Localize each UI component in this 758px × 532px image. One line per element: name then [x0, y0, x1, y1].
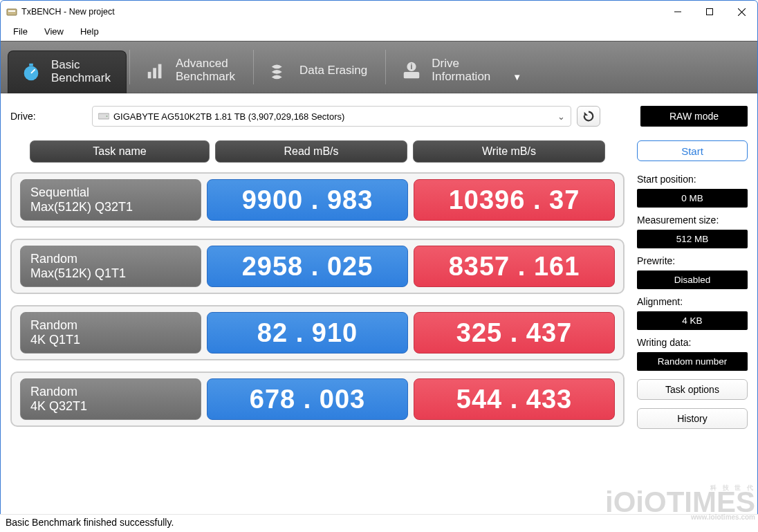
svg-rect-15: [98, 113, 109, 119]
task-name-cell: SequentialMax(512K) Q32T1: [20, 179, 201, 221]
chevron-down-icon: ⌄: [557, 111, 565, 122]
read-value: 9900 . 983: [207, 179, 408, 221]
svg-rect-3: [707, 9, 713, 15]
write-value: 325 . 437: [414, 312, 615, 354]
svg-rect-12: [404, 72, 420, 78]
window-title: TxBENCH - New project: [21, 7, 662, 17]
results-table: Task name Read mB/s Write mB/s Sequentia…: [10, 140, 625, 438]
tab-basic-benchmark[interactable]: BasicBenchmark: [8, 51, 127, 93]
reload-button[interactable]: [577, 106, 600, 127]
watermark: 科 技 世 代 iOiOTIMES www.ioiotimes.com: [605, 486, 755, 520]
table-row: SequentialMax(512K) Q32T1 9900 . 983 103…: [10, 172, 625, 228]
menubar: File View Help: [1, 23, 757, 41]
writing-data-label: Writing data:: [637, 337, 748, 348]
measurement-size-value[interactable]: 512 MB: [637, 230, 748, 248]
column-read: Read mB/s: [215, 140, 407, 163]
task-options-button[interactable]: Task options: [637, 379, 748, 400]
stopwatch-icon: [21, 62, 41, 82]
side-panel: Start Start position: 0 MB Measurement s…: [637, 140, 748, 438]
writing-data-value[interactable]: Random number: [637, 352, 748, 371]
barchart-icon: [145, 60, 166, 81]
start-button[interactable]: Start: [637, 140, 748, 161]
drive-label: Drive:: [10, 111, 86, 122]
task-name-cell: RandomMax(512K) Q1T1: [20, 246, 201, 287]
menu-view[interactable]: View: [36, 25, 72, 38]
task-name-cell: Random4K Q1T1: [20, 312, 201, 354]
drive-info-icon: i: [401, 60, 422, 81]
disk-icon: [98, 112, 109, 120]
titlebar: TxBENCH - New project: [1, 1, 757, 23]
close-button[interactable]: [725, 1, 757, 23]
divider: [385, 50, 386, 84]
column-task-name: Task name: [30, 140, 210, 163]
table-row: Random4K Q1T1 82 . 910 325 . 437: [10, 305, 625, 360]
window-controls: [662, 1, 757, 23]
tab-data-erasing[interactable]: Data Erasing: [257, 50, 382, 93]
read-value: 678 . 003: [207, 378, 408, 420]
app-icon: [6, 6, 17, 17]
task-name-cell: Random4K Q32T1: [20, 378, 201, 420]
tab-label: Benchmark: [176, 71, 235, 84]
tabs-more-button[interactable]: ▼: [512, 72, 521, 82]
ribbon: BasicBenchmark AdvancedBenchmark Data Er…: [1, 41, 757, 93]
prewrite-value[interactable]: Disabled: [637, 270, 748, 289]
drive-select[interactable]: GIGABYTE AG510K2TB 1.81 TB (3,907,029,16…: [92, 106, 571, 127]
write-value: 8357 . 161: [414, 246, 615, 287]
tab-label: Advanced: [176, 57, 235, 71]
table-row: RandomMax(512K) Q1T1 2958 . 025 8357 . 1…: [10, 239, 625, 294]
status-text: Basic Benchmark finished successfully.: [6, 517, 174, 528]
alignment-label: Alignment:: [637, 296, 748, 307]
tab-label: Basic: [51, 59, 111, 72]
divider: [253, 50, 254, 84]
table-row: Random4K Q32T1 678 . 003 544 . 433: [10, 372, 625, 427]
drive-row: Drive: GIGABYTE AG510K2TB 1.81 TB (3,907…: [1, 93, 757, 134]
menu-file[interactable]: File: [5, 25, 36, 38]
tab-advanced-benchmark[interactable]: AdvancedBenchmark: [133, 50, 250, 93]
svg-rect-10: [153, 68, 156, 78]
measurement-size-label: Measurement size:: [637, 214, 748, 226]
svg-rect-7: [29, 63, 33, 66]
tab-label: Information: [432, 71, 490, 84]
drive-selected-text: GIGABYTE AG510K2TB 1.81 TB (3,907,029,16…: [113, 111, 553, 122]
tab-label: Drive: [432, 57, 490, 71]
content: Task name Read mB/s Write mB/s Sequentia…: [1, 134, 757, 438]
tab-label: Data Erasing: [299, 64, 367, 77]
svg-rect-1: [8, 10, 15, 12]
divider: [129, 50, 130, 84]
maximize-button[interactable]: [694, 1, 725, 23]
svg-point-16: [107, 116, 108, 117]
alignment-value[interactable]: 4 KB: [637, 311, 748, 330]
read-value: 2958 . 025: [207, 246, 408, 287]
menu-help[interactable]: Help: [72, 25, 107, 38]
tab-label: Benchmark: [51, 72, 111, 85]
start-position-label: Start position:: [637, 174, 748, 185]
svg-text:i: i: [411, 63, 413, 71]
prewrite-label: Prewrite:: [637, 255, 748, 266]
tab-drive-information[interactable]: i DriveInformation: [389, 50, 506, 93]
history-button[interactable]: History: [637, 408, 748, 429]
raw-mode-button[interactable]: RAW mode: [640, 106, 748, 127]
minimize-button[interactable]: [662, 1, 694, 23]
svg-rect-0: [7, 9, 17, 15]
start-position-value[interactable]: 0 MB: [637, 189, 748, 208]
write-value: 10396 . 37: [414, 179, 615, 221]
column-write: Write mB/s: [413, 140, 605, 163]
svg-rect-11: [158, 64, 162, 79]
write-value: 544 . 433: [414, 378, 615, 420]
reload-icon: [582, 110, 595, 122]
erase-icon: [269, 60, 290, 81]
svg-rect-9: [148, 72, 151, 78]
read-value: 82 . 910: [207, 312, 408, 354]
